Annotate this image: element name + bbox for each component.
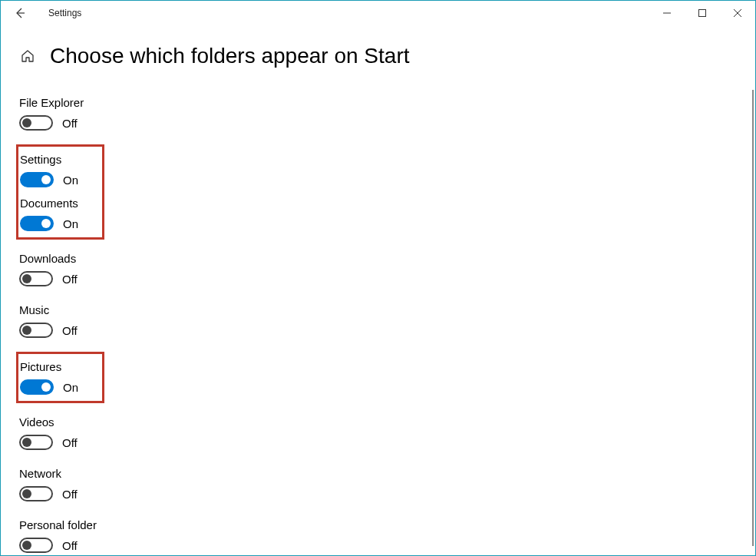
- toggle-music[interactable]: [19, 323, 53, 338]
- home-button[interactable]: [19, 48, 36, 65]
- setting-pictures: Pictures On: [20, 357, 97, 396]
- toggle-documents[interactable]: [20, 216, 54, 231]
- setting-personal-folder: Personal folder Off: [19, 515, 737, 554]
- close-icon: [734, 9, 741, 17]
- toggle-personal-folder[interactable]: [19, 538, 53, 553]
- setting-settings: Settings On: [20, 150, 97, 189]
- toggle-state: Off: [62, 273, 78, 286]
- toggle-network[interactable]: [19, 486, 53, 501]
- setting-label: Documents: [20, 197, 97, 210]
- setting-file-explorer: File Explorer Off: [19, 93, 737, 132]
- back-button[interactable]: [7, 1, 33, 25]
- toggle-state: Off: [62, 324, 78, 337]
- page-title: Choose which folders appear on Start: [50, 44, 410, 68]
- svg-rect-0: [699, 10, 706, 17]
- minimize-icon: [663, 9, 671, 17]
- setting-label: Personal folder: [19, 518, 737, 531]
- setting-music: Music Off: [19, 300, 737, 339]
- minimize-button[interactable]: [649, 1, 685, 25]
- toggle-state: On: [63, 217, 78, 230]
- setting-label: Downloads: [19, 252, 737, 265]
- maximize-icon: [698, 9, 706, 17]
- toggle-state: Off: [62, 539, 78, 552]
- window-controls: [649, 1, 755, 25]
- home-icon: [20, 48, 35, 64]
- toggle-videos[interactable]: [19, 435, 53, 450]
- arrow-left-icon: [14, 7, 26, 19]
- toggle-downloads[interactable]: [19, 271, 53, 286]
- highlight-box-2: Pictures On: [16, 352, 104, 403]
- setting-label: Videos: [19, 415, 737, 429]
- close-button[interactable]: [720, 1, 755, 25]
- setting-documents: Documents On: [20, 194, 97, 233]
- toggle-state: Off: [62, 117, 78, 130]
- setting-label: Network: [19, 467, 737, 480]
- maximize-button[interactable]: [685, 1, 720, 25]
- setting-downloads: Downloads Off: [19, 249, 737, 288]
- highlight-box-1: Settings On Documents On: [16, 144, 104, 240]
- content-area: Choose which folders appear on Start Fil…: [1, 25, 755, 555]
- window-title: Settings: [48, 8, 81, 18]
- page-header: Choose which folders appear on Start: [19, 44, 737, 68]
- toggle-pictures[interactable]: [20, 379, 54, 395]
- setting-label: Pictures: [20, 360, 97, 373]
- setting-videos: Videos Off: [19, 412, 737, 452]
- scrollbar[interactable]: [752, 90, 754, 546]
- toggle-state: On: [63, 381, 78, 394]
- toggle-state: Off: [62, 488, 78, 501]
- setting-label: Settings: [20, 153, 97, 166]
- setting-label: Music: [19, 303, 737, 316]
- titlebar: Settings: [1, 1, 755, 25]
- toggle-state: On: [63, 174, 78, 187]
- toggle-file-explorer[interactable]: [19, 115, 53, 131]
- toggle-settings[interactable]: [20, 172, 54, 187]
- setting-label: File Explorer: [19, 96, 737, 109]
- toggle-state: Off: [62, 436, 78, 449]
- setting-network: Network Off: [19, 464, 737, 503]
